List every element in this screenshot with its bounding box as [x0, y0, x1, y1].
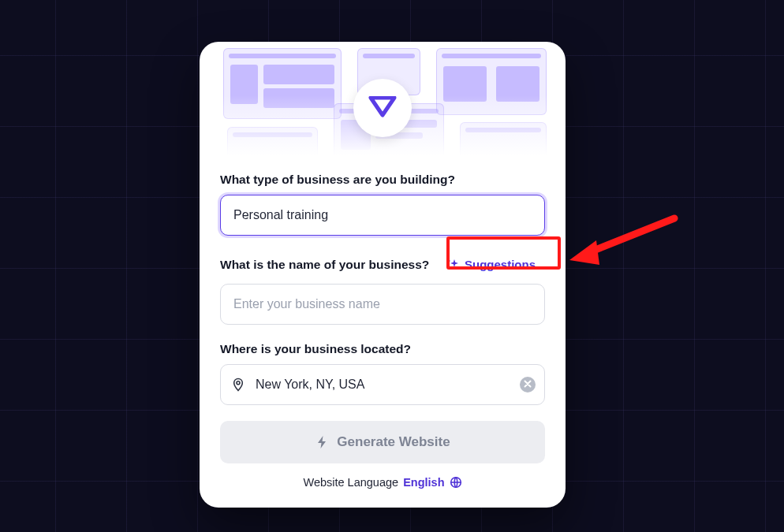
clear-location-button[interactable] [520, 377, 536, 392]
website-language-link[interactable]: English [403, 476, 444, 489]
hero-mockup [223, 48, 342, 119]
hero-mockup [227, 127, 318, 166]
diamond-icon [368, 96, 397, 120]
suggestions-button[interactable]: Suggestions [437, 253, 545, 276]
brand-logo [353, 79, 412, 137]
svg-marker-5 [569, 240, 599, 265]
business-location-label: Where is your business located? [220, 342, 411, 356]
onboarding-card: What type of business are you building? … [200, 42, 566, 508]
location-pin-icon [231, 378, 245, 392]
business-type-field: What type of business are you building? [220, 173, 545, 236]
business-location-field: Where is your business located? [220, 342, 545, 405]
generate-website-label: Generate Website [337, 434, 450, 450]
annotation-arrow [568, 209, 686, 272]
lightning-icon [315, 435, 329, 449]
svg-point-0 [448, 259, 450, 262]
website-language-row: Website Language English [220, 476, 545, 489]
business-type-input[interactable] [220, 195, 545, 236]
hero-mockup [436, 48, 547, 115]
business-name-field: What is the name of your business? Sugge… [220, 253, 545, 325]
svg-point-2 [237, 381, 240, 385]
suggestions-label: Suggestions [465, 258, 536, 271]
svg-point-1 [448, 266, 450, 269]
hero-mockup [460, 122, 547, 166]
card-hero [200, 42, 566, 166]
business-type-label: What type of business are you building? [220, 173, 455, 187]
business-location-input[interactable] [220, 364, 545, 405]
business-name-input[interactable] [220, 284, 545, 325]
form-body: What type of business are you building? … [200, 173, 566, 508]
close-icon [524, 380, 532, 388]
generate-website-button[interactable]: Generate Website [220, 421, 545, 463]
svg-line-4 [588, 218, 674, 253]
sparkle-icon [446, 259, 459, 271]
globe-icon [450, 476, 462, 489]
business-name-label: What is the name of your business? [220, 258, 429, 272]
website-language-prefix: Website Language [303, 476, 398, 489]
